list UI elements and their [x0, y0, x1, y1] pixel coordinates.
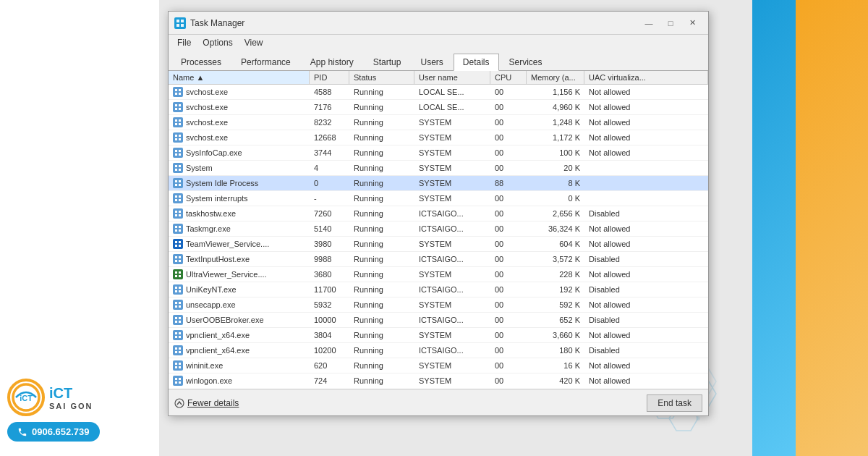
- svg-rect-69: [179, 287, 181, 289]
- cell-status: Running: [349, 343, 414, 358]
- close-button[interactable]: ✕: [682, 16, 702, 30]
- chevron-up-icon: [174, 398, 184, 408]
- svg-rect-76: [175, 317, 177, 319]
- cell-uac: Disabled: [584, 252, 708, 266]
- menu-options[interactable]: Options: [197, 36, 238, 49]
- table-row[interactable]: SysInfoCap.exe 3744 Running SYSTEM 00 10…: [169, 145, 708, 161]
- table-row[interactable]: System Idle Process 0 Running SYSTEM 88 …: [169, 176, 708, 191]
- table-row[interactable]: UltraViewer_Service.... 3680 Running SYS…: [169, 267, 708, 282]
- table-row[interactable]: vpnclient_x64.exe 3804 Running SYSTEM 00…: [169, 328, 708, 343]
- table-row[interactable]: winlogon.exe 724 Running SYSTEM 00 420 K…: [169, 373, 708, 389]
- table-row[interactable]: vpnclient_x64.exe 10200 Running ICTSAIGO…: [169, 343, 708, 358]
- col-memory[interactable]: Memory (a...: [527, 71, 584, 84]
- cell-status: Running: [349, 191, 414, 206]
- tab-startup[interactable]: Startup: [364, 54, 411, 70]
- table-row[interactable]: System interrupts - Running SYSTEM 00 0 …: [169, 191, 708, 206]
- task-manager-window: Task Manager — □ ✕ File Options View Pro…: [168, 11, 709, 416]
- col-cpu[interactable]: CPU: [490, 71, 527, 84]
- table-row[interactable]: svchost.exe 12668 Running SYSTEM 00 1,17…: [169, 130, 708, 145]
- col-username[interactable]: User name: [414, 71, 490, 84]
- cell-memory: 228 K: [527, 267, 584, 282]
- svg-rect-30: [175, 138, 177, 140]
- tab-app-history[interactable]: App history: [301, 54, 363, 70]
- col-status[interactable]: Status: [349, 71, 414, 84]
- cell-uac: [584, 191, 708, 206]
- table-row[interactable]: UserOOBEBroker.exe 10000 Running ICTSAIG…: [169, 313, 708, 328]
- cell-memory: 604 K: [527, 237, 584, 251]
- tab-performance[interactable]: Performance: [231, 54, 300, 70]
- process-icon: [173, 87, 183, 97]
- cell-memory: 652 K: [527, 313, 584, 327]
- table-body[interactable]: svchost.exe 4588 Running LOCAL SE... 00 …: [169, 85, 708, 389]
- process-icon: [173, 360, 183, 371]
- fewer-details-button[interactable]: Fewer details: [174, 398, 239, 408]
- table-row[interactable]: svchost.exe 8232 Running SYSTEM 00 1,248…: [169, 115, 708, 130]
- tab-users[interactable]: Users: [411, 54, 452, 70]
- svg-rect-24: [175, 119, 177, 122]
- menu-view[interactable]: View: [239, 36, 269, 49]
- col-uac[interactable]: UAC virtualiza...: [584, 71, 708, 84]
- cell-cpu: 00: [490, 115, 527, 130]
- process-icon: [173, 193, 183, 203]
- process-icon: [173, 345, 183, 355]
- table-row[interactable]: System 4 Running SYSTEM 00 20 K: [169, 161, 708, 176]
- window-title: Task Manager: [190, 18, 639, 28]
- cell-uac: [584, 161, 708, 175]
- svg-rect-19: [179, 93, 181, 95]
- svg-rect-45: [179, 195, 181, 198]
- process-icon: [173, 117, 183, 127]
- tab-details[interactable]: Details: [454, 54, 499, 71]
- bg-right-blue: [752, 0, 796, 456]
- cell-cpu: 00: [490, 252, 527, 266]
- cell-user: ICTSAIGO...: [414, 343, 490, 358]
- process-name: vpnclient_x64.exe: [186, 346, 250, 355]
- cell-memory: 420 K: [527, 373, 584, 388]
- process-name: svchost.exe: [186, 118, 228, 127]
- process-icon: [173, 315, 183, 325]
- cell-user: LOCAL SE...: [414, 85, 490, 99]
- end-task-button[interactable]: End task: [647, 394, 702, 412]
- table-row[interactable]: Taskmgr.exe 5140 Running ICTSAIGO... 00 …: [169, 221, 708, 237]
- table-row[interactable]: UniKeyNT.exe 11700 Running ICTSAIGO... 0…: [169, 282, 708, 297]
- table-row[interactable]: TeamViewer_Service.... 3980 Running SYST…: [169, 237, 708, 252]
- cell-user: SYSTEM: [414, 145, 490, 160]
- svg-rect-70: [175, 290, 177, 292]
- cell-memory: 2,656 K: [527, 206, 584, 221]
- cell-status: Running: [349, 297, 414, 312]
- cell-name: wininit.exe: [169, 358, 310, 373]
- col-pid[interactable]: PID: [310, 71, 349, 84]
- cell-user: ICTSAIGO...: [414, 206, 490, 221]
- table-row[interactable]: svchost.exe 4588 Running LOCAL SE... 00 …: [169, 85, 708, 100]
- tab-bar: Processes Performance App history Startu…: [169, 51, 708, 71]
- svg-rect-26: [175, 123, 177, 125]
- window-controls: — □ ✕: [639, 16, 702, 30]
- minimize-button[interactable]: —: [639, 16, 659, 30]
- svg-rect-20: [175, 104, 177, 106]
- table-row[interactable]: svchost.exe 7176 Running LOCAL SE... 00 …: [169, 100, 708, 115]
- cell-name: TeamViewer_Service....: [169, 237, 310, 251]
- svg-rect-28: [175, 135, 177, 137]
- svg-rect-27: [179, 123, 181, 125]
- cell-pid: 3680: [310, 267, 349, 282]
- maximize-button[interactable]: □: [660, 16, 681, 30]
- svg-rect-13: [181, 20, 184, 22]
- process-name: vpnclient_x64.exe: [186, 331, 250, 339]
- cell-uac: Not allowed: [584, 100, 708, 114]
- cell-uac: Not allowed: [584, 297, 708, 312]
- cell-memory: 1,172 K: [527, 130, 584, 145]
- table-row[interactable]: unsecapp.exe 5932 Running SYSTEM 00 592 …: [169, 297, 708, 313]
- cell-cpu: 00: [490, 358, 527, 373]
- table-row[interactable]: wininit.exe 620 Running SYSTEM 00 16 K N…: [169, 358, 708, 373]
- cell-status: Running: [349, 85, 414, 99]
- tab-processes[interactable]: Processes: [171, 54, 231, 70]
- svg-rect-61: [179, 256, 181, 258]
- cell-memory: 3,572 K: [527, 252, 584, 266]
- cell-name: winlogon.exe: [169, 373, 310, 388]
- menu-file[interactable]: File: [171, 36, 197, 49]
- cell-name: System Idle Process: [169, 176, 310, 190]
- tab-services[interactable]: Services: [500, 54, 552, 70]
- table-row[interactable]: taskhostw.exe 7260 Running ICTSAIGO... 0…: [169, 206, 708, 221]
- cell-cpu: 00: [490, 145, 527, 160]
- col-name[interactable]: Name ▲: [169, 71, 310, 84]
- table-row[interactable]: TextInputHost.exe 9988 Running ICTSAIGO.…: [169, 252, 708, 267]
